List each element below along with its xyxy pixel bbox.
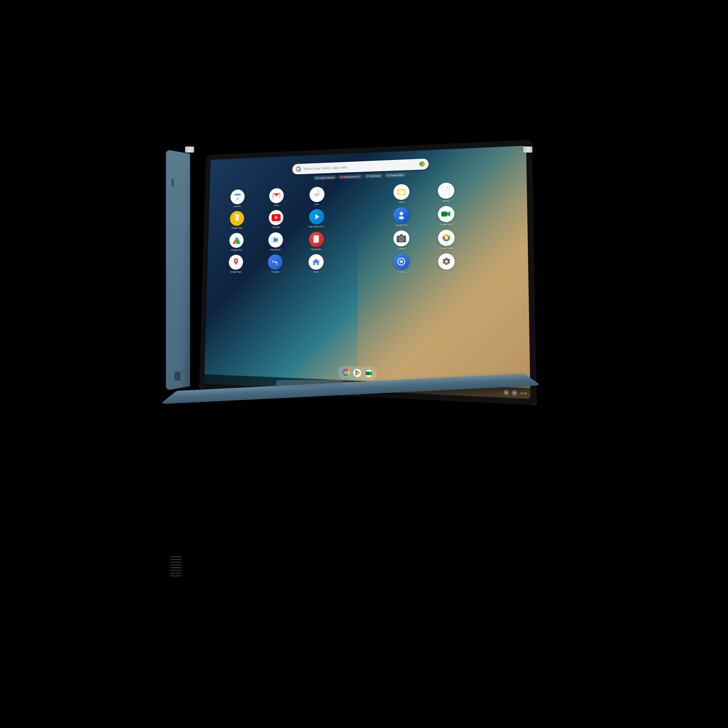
app-docs[interactable]: Docs (298, 186, 336, 206)
taskbar-wifi-icon[interactable] (512, 390, 517, 396)
app-sheets[interactable]: Sheets (425, 182, 467, 203)
calendar-label: Calendar (234, 205, 242, 208)
play-movies-dot-icon (341, 176, 343, 178)
app-slides[interactable]: Slides (382, 184, 422, 204)
app-keep[interactable]: Google Keep (219, 211, 255, 230)
canvas-icon (393, 254, 410, 270)
google-g-icon (296, 166, 301, 172)
quick-link-play-books[interactable]: Play Books (364, 173, 383, 178)
power-button[interactable] (171, 179, 174, 187)
app-play-movies[interactable]: Play Movies & TV (298, 209, 336, 228)
youtube-icon (269, 210, 284, 225)
drive-icon (229, 232, 244, 248)
app-play-books[interactable]: Play Books (297, 231, 335, 251)
settings-label: Settings (442, 271, 450, 274)
play-games-icon (268, 232, 283, 247)
touchpad[interactable] (275, 380, 344, 388)
play-books-dot-icon (366, 175, 369, 177)
hinge-left (185, 147, 194, 153)
meet-label: Google Meet (440, 223, 453, 226)
duo-icon (393, 207, 410, 223)
laptop-device: Search your device, apps, web... Google … (106, 121, 622, 637)
play-movies-icon (309, 209, 324, 225)
chromeos-ui: Search your device, apps, web... Google … (204, 145, 531, 399)
translate-icon: A 文 (268, 254, 283, 270)
gmail-icon (269, 188, 284, 203)
svg-rect-10 (315, 195, 318, 196)
search-placeholder: Search your device, apps, web... (304, 162, 419, 171)
photos-label: Google Photos (439, 247, 454, 250)
app-photos[interactable]: Google Photos (425, 229, 468, 250)
svg-rect-12 (398, 190, 404, 194)
dock-play-store[interactable] (352, 368, 362, 378)
screen-bezel: Search your device, apps, web... Google … (199, 140, 537, 405)
hinge-right (523, 147, 532, 153)
camera-label: Camera (398, 248, 405, 250)
app-grid: 31 Calendar Gmail (216, 177, 518, 277)
svg-marker-27 (447, 212, 450, 217)
docs-icon (309, 187, 324, 202)
screen-panel: Search your device, apps, web... Google … (199, 140, 537, 405)
keep-icon (230, 211, 245, 226)
app-calendar[interactable]: 31 Calendar (220, 189, 256, 208)
svg-text:A: A (272, 260, 275, 263)
app-gmail[interactable]: Gmail (258, 188, 295, 207)
canvas-label: Canvas (398, 271, 405, 274)
maps-dot-icon (387, 174, 390, 177)
calendar-dot-icon (316, 177, 318, 179)
svg-marker-31 (235, 237, 239, 239)
slides-icon (393, 184, 410, 200)
quick-links-bar: Google Calendar Play Movies & TV Play Bo… (314, 173, 405, 180)
app-settings[interactable]: Settings (425, 253, 468, 274)
drive-label: Google Drive (231, 249, 242, 251)
app-drive[interactable]: Google Drive (219, 232, 254, 251)
play-movies-label: Play Movies & TV (309, 225, 324, 228)
dock-meet[interactable] (364, 368, 374, 379)
duo-label: Google Duo (396, 224, 407, 227)
svg-rect-25 (399, 217, 404, 220)
gmail-label: Gmail (274, 204, 279, 206)
search-bar[interactable]: Search your device, apps, web... (292, 158, 428, 174)
svg-marker-46 (312, 259, 320, 265)
dock-chrome[interactable] (341, 367, 350, 378)
slides-label: Slides (399, 201, 404, 204)
screen-display: Search your device, apps, web... Google … (204, 145, 531, 399)
home-label: Home (313, 271, 318, 273)
quick-link-play-movies[interactable]: Play Movies & TV (338, 174, 362, 179)
google-assistant-icon[interactable] (419, 161, 425, 167)
taskbar-system-icons: 🔒 12:30 (503, 390, 527, 396)
fingerprint-reader[interactable] (174, 372, 180, 381)
svg-marker-23 (315, 214, 320, 220)
play-books-icon (309, 231, 324, 247)
app-duo[interactable]: Google Duo (382, 207, 422, 227)
translate-label: Translate (271, 271, 279, 273)
svg-rect-37 (313, 236, 318, 243)
app-youtube[interactable]: YouTube (258, 210, 295, 229)
quick-link-maps[interactable]: Google Maps (385, 173, 405, 177)
app-maps[interactable]: Google Maps (218, 254, 254, 273)
home-icon (309, 254, 324, 270)
taskbar-time: 12:30 (520, 392, 527, 395)
app-translate[interactable]: A 文 Translate (257, 254, 294, 274)
app-dock (338, 366, 377, 380)
svg-rect-2 (236, 193, 237, 195)
svg-rect-41 (400, 234, 403, 236)
photos-icon (438, 229, 454, 246)
app-home[interactable]: Home (297, 254, 335, 274)
svg-rect-26 (441, 212, 447, 217)
svg-point-24 (400, 212, 404, 216)
camera-icon (393, 230, 410, 246)
app-canvas[interactable]: Canvas (381, 254, 422, 274)
app-camera[interactable]: Camera (381, 230, 422, 250)
svg-rect-57 (366, 371, 370, 375)
quick-link-calendar[interactable]: Google Calendar (314, 175, 336, 180)
laptop-left-panel (166, 150, 190, 390)
ventilation-grille (170, 556, 182, 577)
app-play-games[interactable]: Play Games (257, 232, 295, 251)
play-books-label: Play Books (311, 248, 321, 251)
calendar-icon: 31 (230, 189, 245, 205)
sheets-icon (438, 183, 454, 199)
taskbar-lock-icon[interactable]: 🔒 (503, 390, 509, 395)
app-meet[interactable]: Google Meet (425, 206, 467, 226)
sheets-label: Sheets (442, 200, 450, 203)
